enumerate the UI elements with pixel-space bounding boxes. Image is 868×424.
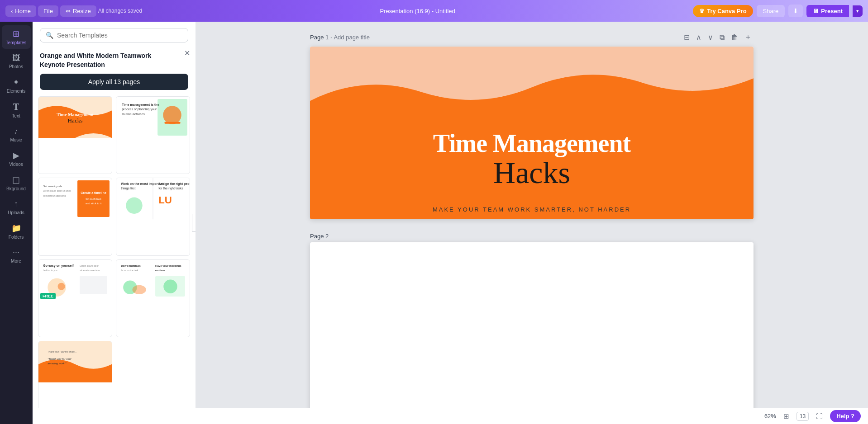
close-panel-button[interactable]: ✕ — [184, 49, 190, 57]
sidebar-label-folders: Folders — [9, 235, 24, 240]
main-layout: ⊞ Templates 🖼 Photos ✦ Elements T Text ♪… — [0, 22, 868, 424]
thumb-svg-1: Time Management Hacks — [38, 97, 112, 138]
page1-label-container: Page 1 - Add page title — [310, 34, 370, 41]
bottom-bar: 62% ⊞ 13 ⛶ Help ? — [33, 408, 868, 424]
sidebar-label-music: Music — [10, 137, 22, 142]
document-title: Presentation (16:9) - Untitled — [380, 8, 455, 14]
sidebar-item-background[interactable]: ◫ Bkground — [2, 171, 31, 195]
svg-text:Work on the most important: Work on the most important — [121, 183, 164, 186]
nav-right: ♛ Try Canva Pro Share ⬇ 🖥 Present ▾ — [693, 5, 863, 17]
apply-all-button[interactable]: Apply all 13 pages — [40, 74, 188, 90]
page-count-badge: 13 — [796, 412, 809, 421]
svg-text:Create a timeline: Create a timeline — [81, 192, 106, 195]
svg-text:amazing work!": amazing work!" — [48, 362, 67, 364]
slide1-text: Time Management Hacks MAKE YOUR TEAM WOR… — [433, 129, 631, 213]
thumb-svg-2: Time management is the process of planni… — [116, 97, 190, 138]
svg-text:focus on the task: focus on the task — [121, 269, 138, 272]
svg-point-23 — [126, 198, 142, 214]
svg-rect-35 — [80, 276, 107, 294]
crown-icon: ♛ — [699, 8, 705, 14]
slide2-container[interactable] — [310, 242, 754, 415]
page1-label-row: Page 1 - Add page title ⊟ ∧ ∨ ⧉ 🗑 ＋ — [310, 31, 754, 44]
grid-view-button[interactable]: ⊞ — [781, 411, 792, 422]
try-canva-pro-button[interactable]: ♛ Try Canva Pro — [693, 5, 753, 17]
sidebar-item-folders[interactable]: 📁 Folders — [2, 220, 31, 243]
template-title-section: Orange and White Modern Teamwork Keynote… — [33, 47, 196, 69]
template-thumb-3[interactable]: Set smart goals Lorem ipsum dolor sit am… — [38, 178, 112, 255]
sidebar-item-elements[interactable]: ✦ Elements — [2, 74, 31, 97]
help-button[interactable]: Help ? — [830, 410, 861, 422]
more-icon: ··· — [13, 248, 19, 257]
layout-button[interactable]: ⊟ — [682, 31, 692, 43]
free-badge: FREE — [40, 293, 56, 299]
svg-text:Time management is the: Time management is the — [122, 103, 159, 107]
svg-text:things first: things first — [121, 187, 135, 191]
template-thumb-2[interactable]: Time management is the process of planni… — [116, 96, 190, 174]
file-button[interactable]: File — [38, 5, 58, 17]
slide1-container[interactable]: Time Management Hacks MAKE YOUR TEAM WOR… — [310, 47, 754, 219]
resize-icon: ⇔ — [66, 8, 71, 14]
sidebar-item-more[interactable]: ··· More — [2, 244, 31, 267]
page2-label-row: Page 2 — [310, 233, 754, 240]
template-thumb-4[interactable]: Work on the most important things first … — [116, 178, 190, 255]
slide2-preview-svg — [310, 242, 754, 269]
sidebar-label-photos: Photos — [9, 64, 23, 69]
folders-icon: 📁 — [11, 223, 21, 233]
present-dropdown-button[interactable]: ▾ — [853, 5, 863, 17]
home-button[interactable]: ‹ Home — [5, 5, 36, 17]
add-page-button[interactable]: ＋ — [743, 31, 754, 44]
monitor-icon: 🖥 — [813, 8, 819, 14]
sidebar-label-videos: Videos — [9, 162, 23, 167]
svg-text:"Thank you for your: "Thank you for your — [48, 357, 72, 360]
template-thumb-6[interactable]: Don't multitask focus on the task Have y… — [116, 259, 190, 337]
template-thumb-7[interactable]: Thank you! I want to share... "Thank you… — [38, 341, 112, 419]
page1-add-title[interactable]: - Add page title — [330, 34, 370, 41]
template-grid: Time Management Hacks Time management is… — [33, 94, 196, 424]
sidebar-label-text: Text — [12, 113, 20, 118]
sidebar-item-videos[interactable]: ▶ Videos — [2, 147, 31, 170]
template-title: Orange and White Modern Teamwork Keynote… — [40, 52, 188, 69]
thumb-svg-4: Work on the most important things first … — [116, 178, 190, 219]
page2-label: Page 2 — [310, 233, 329, 240]
search-box: 🔍 — [40, 28, 188, 42]
sidebar-label-background: Bkground — [6, 186, 26, 191]
move-down-button[interactable]: ∨ — [706, 31, 715, 43]
move-up-button[interactable]: ∧ — [694, 31, 703, 43]
template-thumb-5[interactable]: Go easy on yourself be kind to you Lorem… — [38, 259, 112, 337]
nav-center: Presentation (16:9) - Untitled — [146, 8, 689, 14]
svg-point-32 — [58, 283, 65, 290]
sidebar-item-uploads[interactable]: ↑ Uploads — [2, 196, 31, 219]
fullscreen-button[interactable]: ⛶ — [813, 411, 825, 421]
sidebar-item-templates[interactable]: ⊞ Templates — [2, 25, 31, 49]
svg-text:Thank you! I want to share...: Thank you! I want to share... — [48, 350, 76, 353]
sidebar-item-music[interactable]: ♪ Music — [2, 123, 31, 146]
delete-page-button[interactable]: 🗑 — [729, 32, 740, 43]
zoom-level: 62% — [764, 413, 776, 419]
share-button[interactable]: Share — [757, 5, 785, 17]
search-icon: 🔍 — [46, 32, 53, 39]
page1-label: Page 1 — [310, 34, 329, 41]
svg-text:Lorem ipsum dolor sit amet: Lorem ipsum dolor sit amet — [43, 190, 71, 193]
slide1-title-script: Hacks — [433, 157, 631, 188]
svg-text:be kind to you: be kind to you — [43, 269, 57, 272]
sidebar-label-uploads: Uploads — [8, 210, 24, 215]
duplicate-page-button[interactable]: ⧉ — [718, 32, 726, 43]
top-navigation: ‹ Home File ⇔ Resize All changes saved P… — [0, 0, 868, 22]
search-input[interactable] — [57, 32, 182, 39]
svg-text:Assign the right people: Assign the right people — [158, 183, 190, 186]
template-thumb-1[interactable]: Time Management Hacks — [38, 96, 112, 174]
svg-point-8 — [163, 106, 181, 124]
hide-panel-button[interactable]: ‹ — [192, 214, 196, 232]
download-button[interactable]: ⬇ — [788, 5, 803, 17]
sidebar-label-templates: Templates — [6, 40, 27, 45]
sidebar-item-photos[interactable]: 🖼 Photos — [2, 50, 31, 73]
uploads-icon: ↑ — [14, 199, 18, 209]
svg-text:Have your meetings: Have your meetings — [155, 264, 181, 267]
resize-button[interactable]: ⇔ Resize — [60, 5, 96, 17]
present-button[interactable]: 🖥 Present — [806, 5, 849, 17]
svg-text:Set smart goals: Set smart goals — [43, 185, 62, 188]
slide1: Time Management Hacks MAKE YOUR TEAM WOR… — [310, 47, 754, 219]
sidebar-item-text[interactable]: T Text — [2, 98, 31, 122]
sidebar-label-elements: Elements — [7, 89, 26, 94]
canvas-area: Page 1 - Add page title ⊟ ∧ ∨ ⧉ 🗑 ＋ — [196, 22, 868, 424]
